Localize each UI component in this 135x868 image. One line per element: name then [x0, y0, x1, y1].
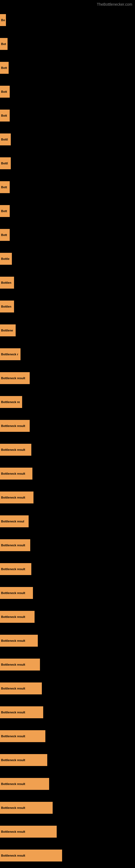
bar-label-7: Bott — [0, 185, 10, 189]
bar-row-31: Bottleneck result — [0, 748, 135, 772]
bar-label-23: Bottleneck result — [0, 567, 31, 571]
bar-row-27: Bottleneck result — [0, 653, 135, 677]
bar-row-13: Bottlene — [0, 318, 135, 342]
bar-label-16: Bottleneck re — [0, 400, 22, 404]
bar-row-8: Bott — [0, 199, 135, 223]
bar-label-2: Bott — [0, 66, 9, 70]
bar-label-27: Bottleneck result — [0, 662, 40, 667]
bar-row-14: Bottleneck r — [0, 342, 135, 366]
bar-label-3: Bott — [0, 90, 10, 94]
bar-row-21: Bottleneck resul — [0, 509, 135, 533]
bar-label-14: Bottleneck r — [0, 352, 20, 356]
bar-row-11: Bottlen — [0, 271, 135, 294]
chart-container: TheBottlenecker.com BoBotBottBottBottBot… — [0, 0, 135, 867]
bar-row-33: Bottleneck result — [0, 796, 135, 820]
bar-label-10: Bottle — [0, 257, 12, 261]
bar-label-19: Bottleneck result — [0, 471, 32, 476]
bar-label-32: Bottleneck result — [0, 782, 49, 786]
bar-row-26: Bottleneck result — [0, 629, 135, 653]
bar-row-25: Bottleneck result — [0, 605, 135, 629]
bar-label-21: Bottleneck resul — [0, 519, 29, 524]
bar-row-29: Bottleneck result — [0, 701, 135, 724]
bar-row-19: Bottleneck result — [0, 462, 135, 486]
bar-label-0: Bo — [0, 18, 6, 22]
bar-row-15: Bottleneck result — [0, 366, 135, 390]
bar-label-8: Bott — [0, 209, 10, 213]
bar-label-6: Bottl — [0, 161, 11, 165]
bar-label-30: Bottleneck result — [0, 734, 45, 738]
bar-row-9: Bott — [0, 223, 135, 247]
bar-label-33: Bottleneck result — [0, 806, 53, 810]
bar-row-3: Bott — [0, 80, 135, 104]
bar-label-15: Bottleneck result — [0, 376, 30, 380]
site-title: TheBottlenecker.com — [97, 0, 135, 8]
bar-row-22: Bottleneck result — [0, 533, 135, 557]
bar-row-16: Bottleneck re — [0, 390, 135, 414]
bar-row-24: Bottleneck result — [0, 581, 135, 605]
bar-row-34: Bottleneck result — [0, 820, 135, 844]
bar-row-6: Bottl — [0, 151, 135, 175]
bar-label-1: Bot — [0, 42, 8, 46]
bar-label-9: Bott — [0, 233, 10, 237]
bar-row-7: Bott — [0, 175, 135, 199]
bar-label-4: Bott — [0, 113, 10, 118]
bars-wrapper: BoBotBottBottBottBottlBottlBottBottBottB… — [0, 8, 135, 867]
bar-label-26: Bottleneck result — [0, 639, 38, 643]
bar-label-11: Bottlen — [0, 280, 14, 285]
bar-label-29: Bottleneck result — [0, 710, 43, 714]
bar-row-0: Bo — [0, 8, 135, 32]
bar-label-25: Bottleneck result — [0, 615, 35, 619]
bar-row-28: Bottleneck result — [0, 677, 135, 701]
bar-row-5: Bottl — [0, 127, 135, 151]
bar-label-31: Bottleneck result — [0, 758, 47, 762]
bar-label-13: Bottlene — [0, 328, 16, 333]
bar-row-17: Bottleneck result — [0, 414, 135, 438]
bar-row-35: Bottleneck result — [0, 844, 135, 867]
bar-row-23: Bottleneck result — [0, 557, 135, 581]
bar-row-32: Bottleneck result — [0, 772, 135, 796]
bar-row-20: Bottleneck result — [0, 486, 135, 509]
bar-row-1: Bot — [0, 32, 135, 56]
bar-row-30: Bottleneck result — [0, 724, 135, 748]
bar-label-24: Bottleneck result — [0, 591, 33, 595]
bar-label-34: Bottleneck result — [0, 830, 57, 834]
bar-row-12: Bottlen — [0, 294, 135, 318]
bar-label-5: Bottl — [0, 137, 11, 142]
bar-row-10: Bottle — [0, 247, 135, 271]
bar-label-18: Bottleneck result — [0, 447, 31, 452]
bar-label-22: Bottleneck result — [0, 543, 30, 547]
bar-label-17: Bottleneck result — [0, 424, 30, 428]
bar-row-18: Bottleneck result — [0, 438, 135, 462]
bar-label-28: Bottleneck result — [0, 686, 42, 691]
bar-label-12: Bottlen — [0, 304, 14, 309]
bar-label-20: Bottleneck result — [0, 495, 34, 500]
bar-label-35: Bottleneck result — [0, 854, 62, 858]
bar-row-4: Bott — [0, 104, 135, 127]
bar-row-2: Bott — [0, 56, 135, 80]
